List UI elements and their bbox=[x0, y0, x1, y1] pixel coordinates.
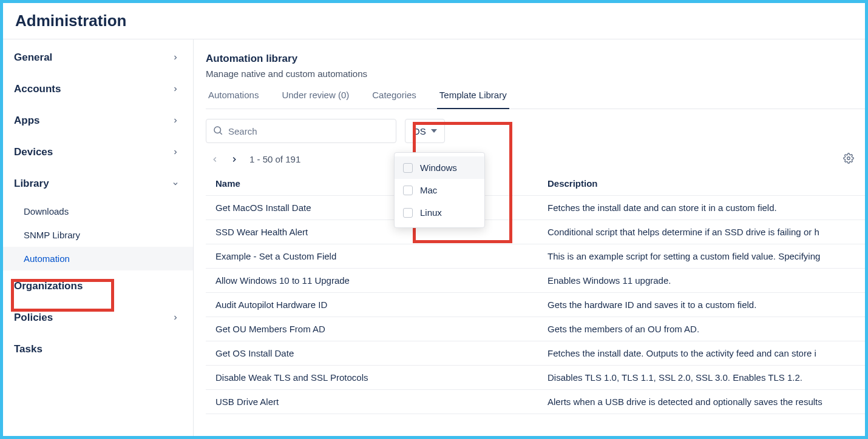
search-box[interactable] bbox=[206, 119, 396, 143]
cell-name: Disable Weak TLS and SSL Protocols bbox=[206, 366, 543, 389]
main-content: Automation library Manage native and cus… bbox=[194, 39, 865, 436]
pager-prev-button[interactable] bbox=[211, 155, 219, 164]
chevron-right-icon bbox=[171, 148, 180, 156]
cell-description: Gets the members of an OU from AD. bbox=[543, 317, 865, 341]
sidebar-item-label: General bbox=[14, 52, 52, 64]
sidebar-item-policies[interactable]: Policies bbox=[3, 302, 193, 333]
sidebar-item-automation[interactable]: Automation bbox=[3, 247, 193, 270]
svg-line-1 bbox=[220, 132, 222, 134]
os-filter-dropdown: Windows Mac Linux bbox=[394, 152, 485, 228]
sidebar-item-label: Devices bbox=[14, 146, 53, 158]
os-option-label: Linux bbox=[420, 207, 442, 218]
sidebar-item-tasks[interactable]: Tasks bbox=[3, 333, 193, 365]
table-row[interactable]: Get OU Members From AD Gets the members … bbox=[206, 317, 865, 341]
tab-automations[interactable]: Automations bbox=[206, 90, 261, 109]
cell-description: Conditional script that helps determine … bbox=[543, 220, 865, 244]
svg-point-2 bbox=[847, 157, 850, 160]
chevron-right-icon bbox=[171, 53, 180, 62]
svg-point-0 bbox=[214, 127, 221, 133]
toolbar: OS bbox=[206, 109, 865, 143]
checkbox-icon bbox=[403, 163, 413, 173]
search-input[interactable] bbox=[228, 126, 390, 136]
chevron-right-icon bbox=[171, 116, 180, 125]
sidebar-item-label: Downloads bbox=[24, 206, 69, 216]
tab-categories[interactable]: Categories bbox=[370, 90, 419, 109]
table-row[interactable]: USB Drive Alert Alerts when a USB drive … bbox=[206, 390, 865, 414]
sidebar-item-organizations[interactable]: Organizations bbox=[3, 270, 193, 302]
search-icon bbox=[212, 125, 223, 138]
table-row[interactable]: Disable Weak TLS and SSL Protocols Disab… bbox=[206, 366, 865, 390]
table-row[interactable]: SSD Wear Health Alert Conditional script… bbox=[206, 220, 865, 244]
cell-name: Get MacOS Install Date bbox=[206, 196, 543, 220]
os-option-label: Mac bbox=[420, 185, 437, 195]
sidebar-item-library[interactable]: Library bbox=[3, 168, 193, 199]
pager-next-button[interactable] bbox=[230, 155, 239, 164]
cell-name: Allow Windows 10 to 11 Upgrade bbox=[206, 269, 543, 292]
cell-description: Fetches the install date and can store i… bbox=[543, 196, 865, 220]
sidebar-item-downloads[interactable]: Downloads bbox=[3, 199, 193, 223]
tab-template-library[interactable]: Template Library bbox=[437, 90, 509, 109]
column-header-name[interactable]: Name bbox=[206, 172, 543, 195]
sidebar-item-label: Library bbox=[14, 178, 49, 190]
tabs: Automations Under review (0) Categories … bbox=[206, 90, 865, 109]
pager: 1 - 50 of 191 bbox=[206, 143, 865, 172]
sidebar-item-label: Accounts bbox=[14, 83, 61, 95]
sidebar-item-general[interactable]: General bbox=[3, 42, 193, 73]
cell-description: Alerts when a USB drive is detected and … bbox=[543, 390, 865, 414]
sidebar-item-label: Organizations bbox=[14, 280, 83, 292]
cell-description: Disables TLS 1.0, TLS 1.1, SSL 2.0, SSL … bbox=[543, 366, 865, 389]
checkbox-icon bbox=[403, 186, 413, 195]
os-option-label: Windows bbox=[420, 163, 457, 173]
checkbox-icon bbox=[403, 208, 413, 218]
sidebar-item-label: Apps bbox=[14, 115, 40, 127]
os-filter-label: OS bbox=[413, 126, 426, 136]
chevron-right-icon bbox=[171, 85, 180, 93]
cell-name: USB Drive Alert bbox=[206, 390, 543, 414]
sidebar-item-label: SNMP Library bbox=[24, 230, 80, 240]
page-title: Administration bbox=[3, 3, 865, 39]
tab-under-review[interactable]: Under review (0) bbox=[279, 90, 351, 109]
table-header: Name Description bbox=[206, 172, 865, 196]
cell-description: Enables Windows 11 upgrade. bbox=[543, 269, 865, 292]
section-heading: Automation library bbox=[206, 53, 865, 65]
section-subtitle: Manage native and custom automations bbox=[206, 69, 865, 79]
sidebar-item-apps[interactable]: Apps bbox=[3, 105, 193, 136]
table-row[interactable]: Allow Windows 10 to 11 Upgrade Enables W… bbox=[206, 269, 865, 293]
table-row[interactable]: Audit Autopilot Hardware ID Gets the har… bbox=[206, 293, 865, 317]
pager-range-text: 1 - 50 of 191 bbox=[249, 154, 300, 164]
column-header-description[interactable]: Description bbox=[543, 172, 865, 195]
os-option-windows[interactable]: Windows bbox=[395, 156, 484, 179]
cell-name: Example - Set a Custom Field bbox=[206, 244, 543, 268]
table-row[interactable]: Example - Set a Custom Field This is an … bbox=[206, 244, 865, 269]
cell-name: Get OU Members From AD bbox=[206, 317, 543, 341]
sidebar-item-accounts[interactable]: Accounts bbox=[3, 73, 193, 105]
settings-gear-button[interactable] bbox=[843, 153, 854, 166]
sidebar-item-label: Policies bbox=[14, 312, 53, 324]
cell-description: Gets the hardware ID and saves it to a c… bbox=[543, 293, 865, 317]
sidebar-item-snmp-library[interactable]: SNMP Library bbox=[3, 223, 193, 247]
table-row[interactable]: Get MacOS Install Date Fetches the insta… bbox=[206, 196, 865, 220]
sidebar-item-label: Tasks bbox=[14, 343, 42, 355]
sidebar-item-devices[interactable]: Devices bbox=[3, 136, 193, 168]
cell-description: Fetches the install date. Outputs to the… bbox=[543, 341, 865, 365]
cell-name: Audit Autopilot Hardware ID bbox=[206, 293, 543, 317]
os-filter-button[interactable]: OS bbox=[405, 119, 445, 143]
os-option-mac[interactable]: Mac bbox=[395, 179, 484, 201]
cell-name: Get OS Install Date bbox=[206, 341, 543, 365]
chevron-down-icon bbox=[171, 179, 180, 188]
sidebar-item-label: Automation bbox=[24, 253, 70, 264]
os-option-linux[interactable]: Linux bbox=[395, 201, 484, 224]
cell-description: This is an example script for setting a … bbox=[543, 244, 865, 268]
dropdown-caret-icon bbox=[431, 129, 437, 133]
cell-name: SSD Wear Health Alert bbox=[206, 220, 543, 244]
chevron-right-icon bbox=[171, 313, 180, 322]
sidebar: General Accounts Apps Devices bbox=[3, 39, 194, 436]
table-row[interactable]: Get OS Install Date Fetches the install … bbox=[206, 341, 865, 366]
